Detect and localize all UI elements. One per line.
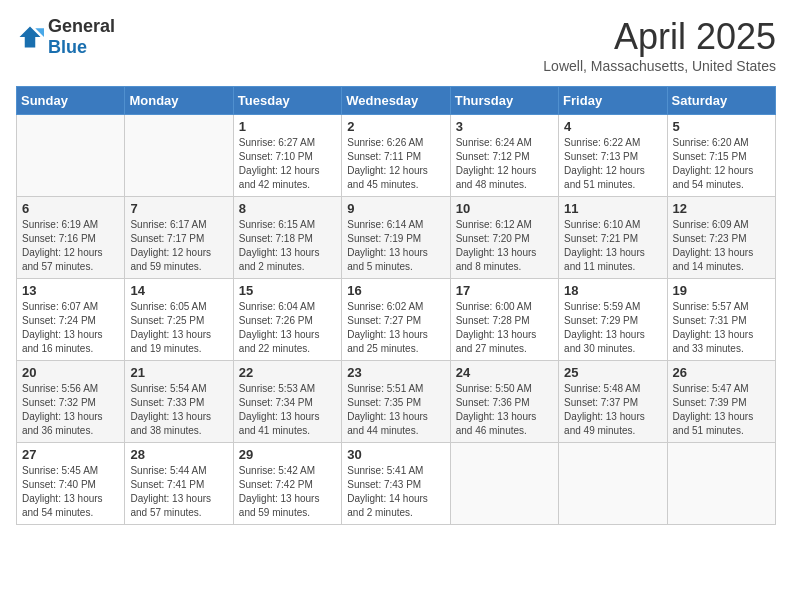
cell-info: Sunrise: 5:56 AM Sunset: 7:32 PM Dayligh… — [22, 382, 119, 438]
calendar-cell: 19Sunrise: 5:57 AM Sunset: 7:31 PM Dayli… — [667, 279, 775, 361]
calendar-cell — [125, 115, 233, 197]
day-number: 8 — [239, 201, 336, 216]
cell-info: Sunrise: 6:02 AM Sunset: 7:27 PM Dayligh… — [347, 300, 444, 356]
cell-info: Sunrise: 5:54 AM Sunset: 7:33 PM Dayligh… — [130, 382, 227, 438]
logo-text-blue: Blue — [48, 37, 87, 57]
calendar-cell: 24Sunrise: 5:50 AM Sunset: 7:36 PM Dayli… — [450, 361, 558, 443]
day-number: 21 — [130, 365, 227, 380]
calendar-cell — [559, 443, 667, 525]
calendar-day-header: Friday — [559, 87, 667, 115]
calendar-cell — [667, 443, 775, 525]
day-number: 22 — [239, 365, 336, 380]
calendar-cell: 17Sunrise: 6:00 AM Sunset: 7:28 PM Dayli… — [450, 279, 558, 361]
day-number: 18 — [564, 283, 661, 298]
cell-info: Sunrise: 6:15 AM Sunset: 7:18 PM Dayligh… — [239, 218, 336, 274]
day-number: 2 — [347, 119, 444, 134]
calendar-cell: 25Sunrise: 5:48 AM Sunset: 7:37 PM Dayli… — [559, 361, 667, 443]
logo: General Blue — [16, 16, 115, 58]
day-number: 15 — [239, 283, 336, 298]
day-number: 28 — [130, 447, 227, 462]
location-title: Lowell, Massachusetts, United States — [543, 58, 776, 74]
day-number: 6 — [22, 201, 119, 216]
day-number: 23 — [347, 365, 444, 380]
cell-info: Sunrise: 5:42 AM Sunset: 7:42 PM Dayligh… — [239, 464, 336, 520]
calendar-week-row: 1Sunrise: 6:27 AM Sunset: 7:10 PM Daylig… — [17, 115, 776, 197]
calendar-week-row: 27Sunrise: 5:45 AM Sunset: 7:40 PM Dayli… — [17, 443, 776, 525]
cell-info: Sunrise: 6:20 AM Sunset: 7:15 PM Dayligh… — [673, 136, 770, 192]
calendar-cell: 13Sunrise: 6:07 AM Sunset: 7:24 PM Dayli… — [17, 279, 125, 361]
day-number: 10 — [456, 201, 553, 216]
cell-info: Sunrise: 5:57 AM Sunset: 7:31 PM Dayligh… — [673, 300, 770, 356]
cell-info: Sunrise: 6:04 AM Sunset: 7:26 PM Dayligh… — [239, 300, 336, 356]
calendar-day-header: Sunday — [17, 87, 125, 115]
calendar-cell: 28Sunrise: 5:44 AM Sunset: 7:41 PM Dayli… — [125, 443, 233, 525]
calendar-week-row: 20Sunrise: 5:56 AM Sunset: 7:32 PM Dayli… — [17, 361, 776, 443]
calendar-cell: 27Sunrise: 5:45 AM Sunset: 7:40 PM Dayli… — [17, 443, 125, 525]
day-number: 17 — [456, 283, 553, 298]
calendar-table: SundayMondayTuesdayWednesdayThursdayFrid… — [16, 86, 776, 525]
cell-info: Sunrise: 5:51 AM Sunset: 7:35 PM Dayligh… — [347, 382, 444, 438]
day-number: 29 — [239, 447, 336, 462]
calendar-cell: 11Sunrise: 6:10 AM Sunset: 7:21 PM Dayli… — [559, 197, 667, 279]
cell-info: Sunrise: 6:05 AM Sunset: 7:25 PM Dayligh… — [130, 300, 227, 356]
day-number: 30 — [347, 447, 444, 462]
calendar-cell: 1Sunrise: 6:27 AM Sunset: 7:10 PM Daylig… — [233, 115, 341, 197]
calendar-cell: 4Sunrise: 6:22 AM Sunset: 7:13 PM Daylig… — [559, 115, 667, 197]
calendar-cell — [450, 443, 558, 525]
day-number: 1 — [239, 119, 336, 134]
day-number: 13 — [22, 283, 119, 298]
calendar-cell: 23Sunrise: 5:51 AM Sunset: 7:35 PM Dayli… — [342, 361, 450, 443]
title-block: April 2025 Lowell, Massachusetts, United… — [543, 16, 776, 74]
calendar-cell: 10Sunrise: 6:12 AM Sunset: 7:20 PM Dayli… — [450, 197, 558, 279]
calendar-cell: 6Sunrise: 6:19 AM Sunset: 7:16 PM Daylig… — [17, 197, 125, 279]
calendar-cell: 29Sunrise: 5:42 AM Sunset: 7:42 PM Dayli… — [233, 443, 341, 525]
calendar-cell: 20Sunrise: 5:56 AM Sunset: 7:32 PM Dayli… — [17, 361, 125, 443]
cell-info: Sunrise: 6:09 AM Sunset: 7:23 PM Dayligh… — [673, 218, 770, 274]
day-number: 19 — [673, 283, 770, 298]
cell-info: Sunrise: 6:12 AM Sunset: 7:20 PM Dayligh… — [456, 218, 553, 274]
calendar-day-header: Saturday — [667, 87, 775, 115]
calendar-cell: 7Sunrise: 6:17 AM Sunset: 7:17 PM Daylig… — [125, 197, 233, 279]
cell-info: Sunrise: 6:17 AM Sunset: 7:17 PM Dayligh… — [130, 218, 227, 274]
day-number: 20 — [22, 365, 119, 380]
calendar-day-header: Wednesday — [342, 87, 450, 115]
calendar-cell: 22Sunrise: 5:53 AM Sunset: 7:34 PM Dayli… — [233, 361, 341, 443]
cell-info: Sunrise: 6:24 AM Sunset: 7:12 PM Dayligh… — [456, 136, 553, 192]
calendar-cell: 9Sunrise: 6:14 AM Sunset: 7:19 PM Daylig… — [342, 197, 450, 279]
calendar-cell: 2Sunrise: 6:26 AM Sunset: 7:11 PM Daylig… — [342, 115, 450, 197]
cell-info: Sunrise: 6:07 AM Sunset: 7:24 PM Dayligh… — [22, 300, 119, 356]
day-number: 14 — [130, 283, 227, 298]
calendar-day-header: Monday — [125, 87, 233, 115]
calendar-day-header: Tuesday — [233, 87, 341, 115]
day-number: 26 — [673, 365, 770, 380]
calendar-cell — [17, 115, 125, 197]
cell-info: Sunrise: 5:41 AM Sunset: 7:43 PM Dayligh… — [347, 464, 444, 520]
day-number: 24 — [456, 365, 553, 380]
day-number: 5 — [673, 119, 770, 134]
cell-info: Sunrise: 5:47 AM Sunset: 7:39 PM Dayligh… — [673, 382, 770, 438]
day-number: 7 — [130, 201, 227, 216]
calendar-cell: 3Sunrise: 6:24 AM Sunset: 7:12 PM Daylig… — [450, 115, 558, 197]
page-header: General Blue April 2025 Lowell, Massachu… — [16, 16, 776, 74]
calendar-cell: 5Sunrise: 6:20 AM Sunset: 7:15 PM Daylig… — [667, 115, 775, 197]
calendar-cell: 16Sunrise: 6:02 AM Sunset: 7:27 PM Dayli… — [342, 279, 450, 361]
calendar-cell: 30Sunrise: 5:41 AM Sunset: 7:43 PM Dayli… — [342, 443, 450, 525]
cell-info: Sunrise: 5:53 AM Sunset: 7:34 PM Dayligh… — [239, 382, 336, 438]
calendar-cell: 26Sunrise: 5:47 AM Sunset: 7:39 PM Dayli… — [667, 361, 775, 443]
day-number: 3 — [456, 119, 553, 134]
calendar-cell: 15Sunrise: 6:04 AM Sunset: 7:26 PM Dayli… — [233, 279, 341, 361]
cell-info: Sunrise: 5:59 AM Sunset: 7:29 PM Dayligh… — [564, 300, 661, 356]
day-number: 11 — [564, 201, 661, 216]
calendar-cell: 21Sunrise: 5:54 AM Sunset: 7:33 PM Dayli… — [125, 361, 233, 443]
day-number: 25 — [564, 365, 661, 380]
cell-info: Sunrise: 6:27 AM Sunset: 7:10 PM Dayligh… — [239, 136, 336, 192]
calendar-header-row: SundayMondayTuesdayWednesdayThursdayFrid… — [17, 87, 776, 115]
cell-info: Sunrise: 6:00 AM Sunset: 7:28 PM Dayligh… — [456, 300, 553, 356]
cell-info: Sunrise: 5:45 AM Sunset: 7:40 PM Dayligh… — [22, 464, 119, 520]
calendar-cell: 12Sunrise: 6:09 AM Sunset: 7:23 PM Dayli… — [667, 197, 775, 279]
month-title: April 2025 — [543, 16, 776, 58]
cell-info: Sunrise: 5:50 AM Sunset: 7:36 PM Dayligh… — [456, 382, 553, 438]
calendar-day-header: Thursday — [450, 87, 558, 115]
day-number: 4 — [564, 119, 661, 134]
cell-info: Sunrise: 6:22 AM Sunset: 7:13 PM Dayligh… — [564, 136, 661, 192]
